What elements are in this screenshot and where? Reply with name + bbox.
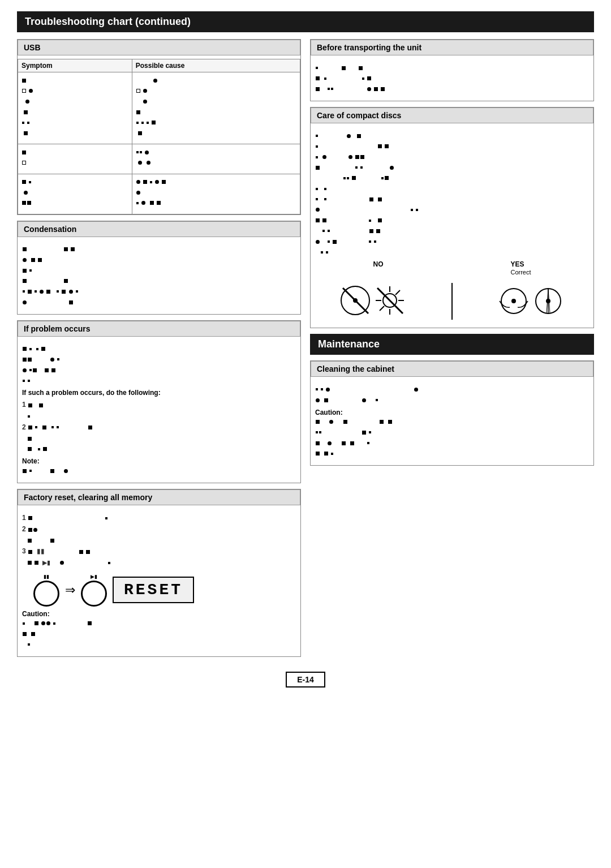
usb-header: USB	[18, 40, 300, 55]
yes-disc-group	[498, 286, 564, 317]
if-problem-header: If problem occurs	[18, 321, 300, 337]
transport-header: Before transporting the unit	[311, 40, 593, 55]
reset-diagram: ▮▮ ⇒ ▶▮ RESET	[33, 574, 296, 607]
condensation-content	[18, 240, 300, 314]
if-problem-section: If problem occurs If such a problem occu…	[17, 320, 301, 483]
factory-header: Factory reset, clearing all memory	[18, 489, 300, 505]
reset-display: RESET	[113, 577, 194, 603]
usb-symptom-2	[18, 144, 132, 174]
cleaning-header: Cleaning the cabinet	[311, 361, 593, 377]
usb-cause-2	[132, 144, 300, 174]
svg-line-11	[380, 306, 384, 311]
usb-table: Symptom Possible cause	[18, 59, 300, 214]
table-row	[18, 144, 300, 174]
care-header: Care of compact discs	[311, 108, 593, 123]
yes-label: YES Correct	[510, 260, 531, 276]
no-yes-labels: NO YES Correct	[315, 260, 589, 276]
usb-col-symptom: Symptom	[18, 59, 132, 72]
care-section: Care of compact discs	[310, 107, 594, 328]
no-label: NO	[373, 260, 383, 276]
page-number-box: E-14	[286, 672, 325, 687]
table-row	[18, 72, 300, 144]
if-problem-bold: If such a problem occurs, do the followi…	[22, 389, 296, 397]
condensation-header: Condensation	[18, 221, 300, 237]
right-column: Before transporting the unit Care of com…	[310, 39, 594, 663]
transport-section: Before transporting the unit	[310, 39, 594, 101]
circle-btn-left	[33, 581, 59, 607]
usb-section: USB Symptom Possible cause	[17, 39, 301, 215]
svg-point-14	[511, 299, 516, 303]
usb-cause-1	[132, 72, 300, 144]
cleaning-content: Caution:	[311, 380, 593, 465]
left-column: USB Symptom Possible cause	[17, 39, 301, 663]
factory-content: 1 2 3 ▮▮ ▶▮	[18, 509, 300, 656]
cleaning-section: Cleaning the cabinet Caution:	[310, 360, 594, 466]
care-content: NO YES Correct	[311, 127, 593, 328]
page-title: Troubleshooting chart (continued)	[17, 11, 594, 32]
usb-cause-3	[132, 174, 300, 214]
caution-label-factory: Caution:	[22, 610, 296, 618]
page-number-area: E-14	[17, 672, 594, 687]
condensation-section: Condensation	[17, 221, 301, 315]
no-disc-group	[340, 285, 406, 318]
maintenance-header: Maintenance	[310, 334, 594, 355]
table-row	[18, 174, 300, 214]
factory-section: Factory reset, clearing all memory 1 2 3…	[17, 489, 301, 657]
usb-col-cause: Possible cause	[132, 59, 300, 72]
arrow-icon: ⇒	[65, 583, 75, 598]
svg-line-10	[395, 290, 400, 295]
svg-line-2	[343, 288, 368, 313]
if-problem-content: If such a problem occurs, do the followi…	[18, 340, 300, 483]
circle-btn-right	[81, 581, 107, 607]
usb-symptom-3	[18, 174, 132, 214]
caution-label-cleaning: Caution:	[315, 409, 589, 416]
usb-symptom-1	[18, 72, 132, 144]
cd-diagram	[315, 278, 589, 324]
transport-content	[311, 59, 593, 101]
note-label: Note:	[22, 457, 296, 465]
